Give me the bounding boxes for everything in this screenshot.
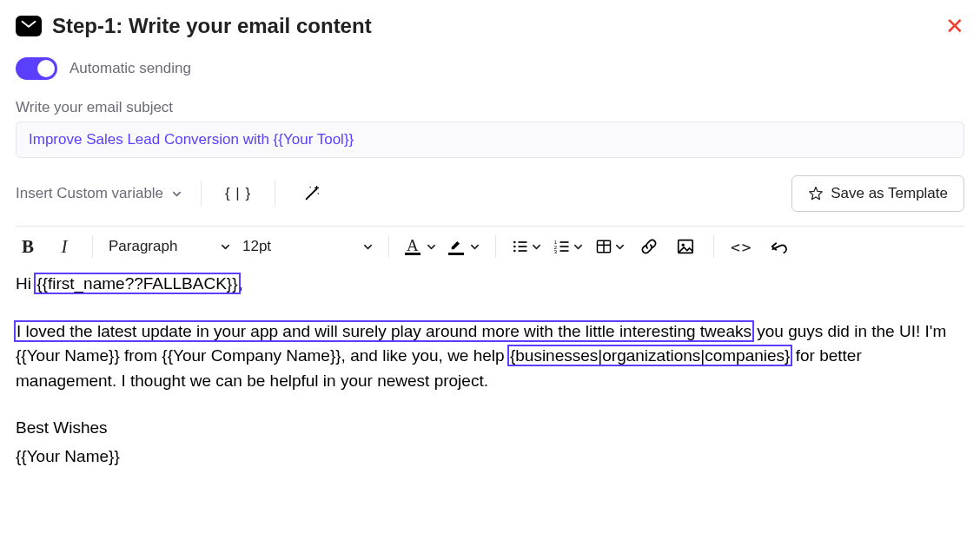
magic-wand-button[interactable] xyxy=(295,184,329,203)
save-as-template-label: Save as Template xyxy=(831,185,948,202)
chevron-down-icon xyxy=(532,242,541,252)
automatic-sending-toggle[interactable] xyxy=(16,57,57,80)
highlighter-icon xyxy=(448,238,464,252)
body-text: , xyxy=(239,274,243,293)
divider xyxy=(713,235,714,258)
svg-point-18 xyxy=(681,244,684,247)
svg-point-3 xyxy=(513,246,516,248)
subject-input[interactable] xyxy=(16,122,964,158)
save-as-template-button[interactable]: Save as Template xyxy=(791,175,964,212)
chevron-down-icon xyxy=(427,242,436,252)
chevron-down-icon xyxy=(573,242,583,252)
star-icon xyxy=(808,186,824,201)
variable-token[interactable]: {{first_name??FALLBACK}} xyxy=(36,274,238,293)
bold-button[interactable]: B xyxy=(16,236,40,258)
svg-text:3: 3 xyxy=(554,249,557,254)
close-icon[interactable]: ✕ xyxy=(945,15,964,37)
divider xyxy=(495,235,496,258)
editor-toolbar: B I Paragraph 12pt A 123 <> xyxy=(16,226,964,258)
mail-icon xyxy=(16,16,42,36)
text-color-button[interactable]: A xyxy=(405,238,436,255)
page-title: Step-1: Write your email content xyxy=(52,14,372,38)
email-body-editor[interactable]: Hi {{first_name??FALLBACK}}, I loved the… xyxy=(16,272,964,469)
image-button[interactable] xyxy=(673,237,698,256)
numbered-list-button[interactable]: 123 xyxy=(553,238,583,255)
body-text: Best Wishes xyxy=(16,416,964,441)
divider xyxy=(388,235,389,258)
svg-point-2 xyxy=(513,241,516,244)
automatic-sending-label: Automatic sending xyxy=(70,60,191,77)
svg-point-0 xyxy=(310,187,311,187)
svg-point-4 xyxy=(513,250,516,253)
highlight-color-button[interactable] xyxy=(448,238,480,255)
highlighted-text: I loved the latest update in your app an… xyxy=(16,322,752,340)
chevron-down-icon xyxy=(470,242,480,252)
code-view-button[interactable]: <> xyxy=(730,238,754,256)
font-size-dropdown[interactable]: 12pt xyxy=(242,238,373,255)
body-text: Hi xyxy=(16,274,36,293)
block-format-dropdown[interactable]: Paragraph xyxy=(109,238,230,255)
divider xyxy=(92,235,93,258)
chevron-down-icon xyxy=(172,189,182,199)
undo-button[interactable] xyxy=(766,237,791,256)
divider xyxy=(201,181,202,207)
chevron-down-icon xyxy=(221,242,230,252)
italic-button[interactable]: I xyxy=(52,236,76,258)
insert-variable-label: Insert Custom variable xyxy=(16,185,163,202)
table-button[interactable] xyxy=(595,238,625,255)
body-text: {{Your Name}} xyxy=(16,444,964,470)
divider xyxy=(275,181,275,207)
insert-variable-dropdown[interactable]: Insert Custom variable xyxy=(16,185,182,202)
chevron-down-icon xyxy=(363,242,373,252)
subject-label: Write your email subject xyxy=(16,99,964,116)
chevron-down-icon xyxy=(615,242,625,252)
link-button[interactable] xyxy=(637,237,661,256)
svg-point-1 xyxy=(318,193,319,194)
insert-braces-button[interactable]: { | } xyxy=(221,185,255,202)
spintax-token[interactable]: {businesses|organizations|companies} xyxy=(509,346,791,365)
bullet-list-button[interactable] xyxy=(512,238,541,255)
